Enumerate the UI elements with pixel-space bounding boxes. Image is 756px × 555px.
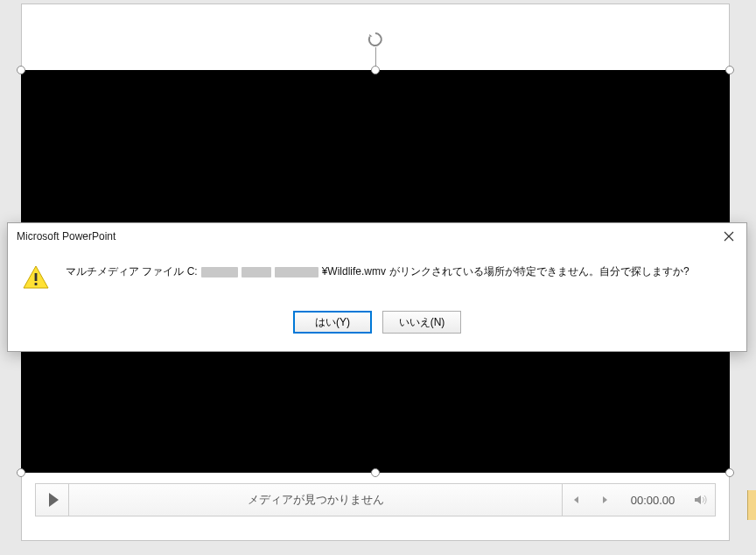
step-back-button[interactable] [563, 484, 591, 516]
step-forward-icon [599, 495, 610, 505]
resize-handle-bottom-left[interactable] [17, 468, 25, 477]
svg-rect-0 [35, 273, 38, 281]
message-dialog: Microsoft PowerPoint マルチメディア ファイル C: ¥Wi… [7, 222, 747, 352]
redacted-path-segment [275, 267, 318, 278]
time-display: 00:00.00 [619, 494, 687, 507]
svg-rect-1 [35, 283, 38, 285]
warning-icon [22, 263, 50, 292]
resize-handle-top-middle[interactable] [371, 66, 380, 74]
volume-button[interactable] [687, 484, 715, 516]
dialog-message-suffix: がリンクされている場所が特定できません。自分で探しますか? [389, 263, 690, 280]
close-icon [724, 231, 734, 242]
resize-handle-top-left[interactable] [17, 66, 25, 74]
resize-handle-bottom-right[interactable] [725, 468, 734, 477]
redacted-path-segment [201, 267, 238, 278]
step-back-icon [571, 495, 582, 505]
dialog-close-button[interactable] [711, 223, 746, 249]
dialog-body: マルチメディア ファイル C: ¥Wildlife.wmv がリンクされている場… [8, 249, 746, 292]
media-control-bar: メディアが見つかりません 00:00.00 [35, 483, 716, 516]
redacted-path-segment [242, 267, 271, 278]
play-icon [49, 493, 59, 507]
side-panel-edge [747, 490, 756, 520]
resize-handle-top-right[interactable] [725, 66, 734, 74]
dialog-message-filename: ¥Wildlife.wmv [322, 263, 386, 280]
rotate-handle[interactable] [368, 32, 383, 47]
step-forward-button[interactable] [591, 484, 619, 516]
rotate-connector [375, 47, 376, 67]
dialog-button-row: はい(Y) いいえ(N) [8, 311, 746, 334]
dialog-titlebar: Microsoft PowerPoint [8, 223, 746, 249]
resize-handle-bottom-middle[interactable] [371, 468, 380, 477]
media-status-text: メディアが見つかりません [69, 484, 563, 516]
rotate-icon [368, 32, 383, 47]
dialog-message-prefix: マルチメディア ファイル C: [66, 263, 198, 280]
yes-button[interactable]: はい(Y) [293, 311, 372, 334]
dialog-title-text: Microsoft PowerPoint [17, 223, 116, 249]
no-button[interactable]: いいえ(N) [382, 311, 461, 334]
play-button[interactable] [36, 484, 69, 516]
volume-icon [694, 494, 708, 506]
dialog-message: マルチメディア ファイル C: ¥Wildlife.wmv がリンクされている場… [66, 263, 690, 280]
